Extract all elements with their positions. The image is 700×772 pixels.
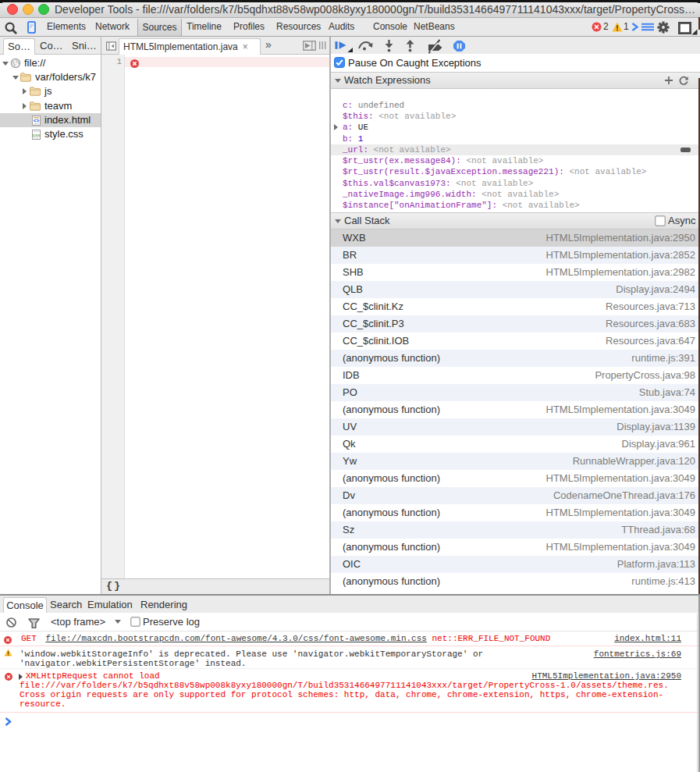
- svg-text:css: css: [33, 133, 41, 137]
- svg-text:<>: <>: [34, 118, 40, 123]
